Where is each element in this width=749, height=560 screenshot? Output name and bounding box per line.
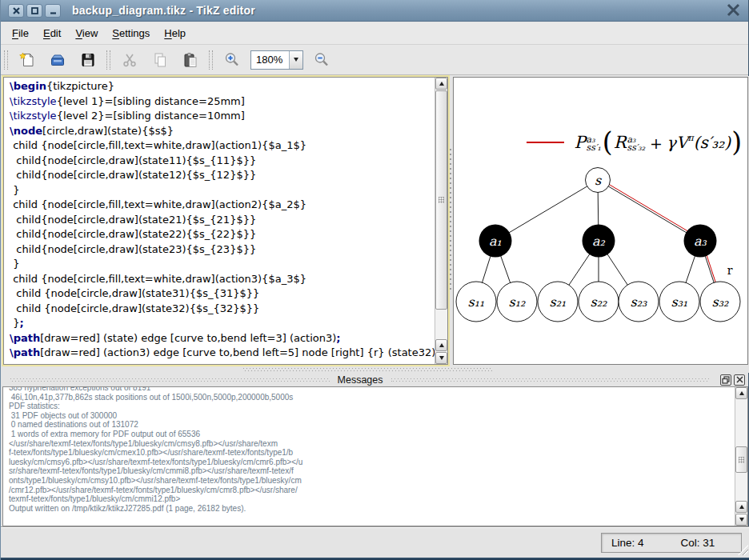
code-line[interactable]: child {node[circle,draw](state31){$s_{31… [10,287,435,302]
new-file-button[interactable] [15,48,39,72]
messages-panel: 385 hyphenation exceptions out of 8191 4… [2,386,748,526]
status-line: Line: 4 [611,537,644,549]
scroll-up-button[interactable] [735,387,747,399]
message-line: texmf-tetex/fonts/type1/bluesky/cm/cmmi1… [9,494,734,504]
tree-node-s21: s₂₁ [549,294,566,310]
arrow-up-icon [739,505,744,509]
editor-vertical-scrollbar[interactable] [435,78,447,364]
message-line: 46i,10n,41p,377b,862s stack positions ou… [9,393,734,402]
dock-close-button[interactable] [734,374,745,386]
code-line[interactable]: child{node[circle,draw](state21){$s_{21}… [10,214,435,229]
paste-button[interactable] [178,48,202,72]
tree-node-s12: s₁₂ [508,294,526,310]
messages-vertical-scrollbar[interactable] [735,387,747,526]
zoom-in-button[interactable] [220,48,244,72]
tree-node-s32: s₃₂ [711,294,729,310]
code-area[interactable]: \begin{tikzpicture}\tikzstyle{level 1}=[… [4,78,435,364]
code-editor-pane: \begin{tikzpicture}\tikzstyle{level 1}=[… [3,77,448,365]
code-line[interactable]: child{node[circle,draw](state23){$s_{23}… [10,243,435,258]
arrow-down-icon [739,518,744,522]
code-line[interactable]: \tikzstyle{level 2}=[sibling distance=10… [10,110,435,125]
message-line: </usr/share/texmf-tetex/fonts/type1/blue… [9,439,734,449]
zoom-level-value: 180% [251,54,289,66]
save-button[interactable] [76,48,100,72]
message-line: sr/share/texmf-tetex/fonts/type1/bluesky… [9,466,734,476]
code-line[interactable]: child {node[circle,fill,text=white,draw]… [10,139,435,154]
scrollbar-thumb[interactable] [735,446,747,473]
code-line[interactable]: \begin{tikzpicture} [10,80,435,95]
scrollbar-thumb[interactable] [435,90,447,310]
horizontal-splitter[interactable] [1,366,749,373]
code-line[interactable]: \node[circle,draw](state){$s$} [10,125,435,140]
menu-bar: FileEditViewSettingsHelp [1,22,748,45]
tree-node-s23: s₂₃ [630,294,647,310]
cursor-position-panel: Line: 4 Col: 31 [601,533,742,553]
scroll-up-button-2[interactable] [735,501,747,513]
menu-item-view[interactable]: View [68,24,105,42]
code-line[interactable]: } [10,258,435,273]
scroll-down-button[interactable] [435,352,447,364]
tree-node-s31: s₃₁ [671,294,687,310]
message-line: /cmr12.pfb></usr/share/texmf-tetex/fonts… [9,486,734,495]
zoom-level-combobox[interactable]: 180% [250,50,303,70]
dock-float-button[interactable] [720,374,731,386]
code-line[interactable]: \path[draw=red] (state) edge [curve to,b… [10,332,435,347]
tree-node-s11: s₁₁ [467,294,484,310]
code-line[interactable]: child {node[circle,fill,text=white,draw]… [10,273,435,288]
float-restore-icon [722,376,730,384]
message-line: f-tetex/fonts/type1/bluesky/cm/cmex10.pf… [9,448,734,458]
code-line[interactable]: child{node[circle,draw](state12){$s_{12}… [10,169,435,184]
menu-item-help[interactable]: Help [157,24,193,42]
dock-grip-left [10,378,330,382]
scissors-icon [121,51,138,69]
combobox-dropdown-button[interactable] [289,51,302,69]
message-line: 0 named destinations out of 131072 [9,420,734,430]
zoom-in-icon [223,51,241,69]
open-file-button[interactable] [46,48,70,72]
code-line[interactable]: child {node[circle,fill,text=white,draw]… [10,198,435,214]
code-line[interactable]: child{node[circle,draw](state22){$s_{22}… [10,228,435,243]
main-split-area: \begin{tikzpicture}\tikzstyle{level 1}=[… [1,76,749,366]
menu-item-settings[interactable]: Settings [105,24,157,42]
toolbar-handle[interactable] [106,50,110,70]
tree-node-s: s [595,173,602,188]
toolbar-handle[interactable] [209,50,213,70]
message-line: 1 words of extra memory for PDF output o… [9,430,734,439]
arrow-down-icon [439,356,444,360]
window-maximize-button[interactable] [26,4,42,18]
close-icon [13,7,20,14]
message-line: 31 PDF objects out of 300000 [9,411,734,421]
open-folder-icon [49,51,66,69]
app-window: backup_diagram.tikz - TikZ editor FileEd… [0,0,749,560]
code-line[interactable]: child{node[circle,draw](state11){$s_{11}… [10,154,435,170]
message-line: onts/type1/bluesky/cm/cmsy10.pfb></usr/s… [9,476,734,486]
window-close-button[interactable] [8,4,24,18]
tree-node-s22: s₂₂ [590,294,607,310]
code-line[interactable]: child {node[circle,draw](state32){$s_{32… [10,302,435,318]
menu-item-edit[interactable]: Edit [36,24,68,42]
messages-log[interactable]: 385 hyphenation exceptions out of 8191 4… [3,386,734,526]
code-line[interactable]: }; [10,317,435,332]
copy-button[interactable] [148,48,172,72]
status-col: Col: 31 [681,537,715,549]
zoom-out-button[interactable] [310,48,334,72]
window-close-glyph[interactable] [727,3,740,20]
tree-reward-label: r [727,264,733,277]
scroll-down-button[interactable] [735,514,747,526]
menu-item-file[interactable]: File [5,24,36,42]
minimize-icon [50,7,57,14]
code-line[interactable]: \tikzstyle{level 1}=[sibling distance=25… [10,95,435,110]
maximize-icon [31,7,38,14]
scroll-up-button-2[interactable] [435,339,447,351]
preview-pane: P a₃ss′₁ ( R a₃ss′₃₂ + γV π (s′₃₂) ) [453,77,748,365]
scroll-up-button[interactable] [435,78,447,90]
code-line[interactable]: } [10,184,435,199]
messages-dock-header[interactable]: Messages [2,373,748,386]
code-line[interactable]: \path[draw=red] (action3) edge [curve to… [10,346,435,362]
cut-button[interactable] [118,48,142,72]
window-minimize-button[interactable] [45,4,61,18]
tree-node-a2: a₂ [592,234,606,249]
toolbar-handle[interactable] [4,50,8,70]
message-line: Output written on /tmp/ktikz/ktikzJ27285… [9,504,734,514]
arrow-up-icon [439,82,444,86]
